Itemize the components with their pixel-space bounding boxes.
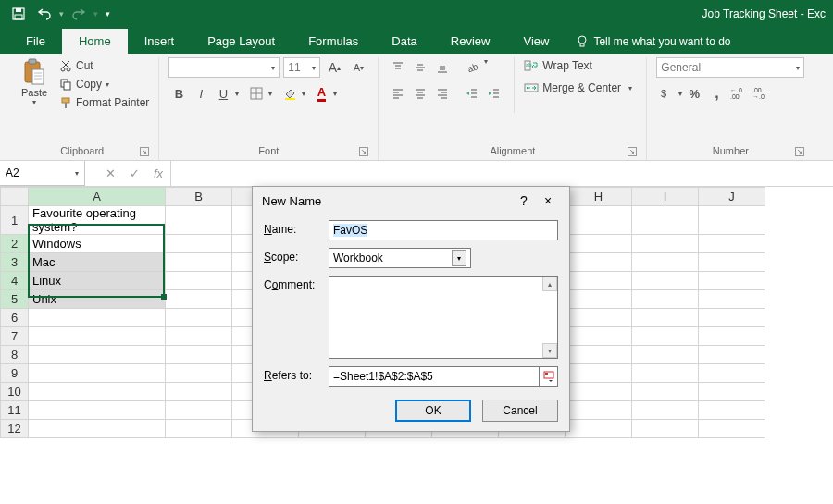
cell[interactable] [699,309,765,327]
paste-dropdown-icon[interactable]: ▾ [32,98,36,106]
cancel-formula-icon[interactable]: ✕ [98,166,122,180]
align-right-icon[interactable] [432,83,453,104]
fx-icon[interactable]: fx [146,166,170,180]
cell[interactable] [29,309,166,327]
increase-decimal-icon[interactable]: ←.0.00 [728,83,749,104]
cell[interactable] [632,290,699,309]
row-header[interactable]: 4 [1,272,29,290]
cell[interactable] [29,346,166,364]
font-color-dropdown-icon[interactable]: ▾ [333,90,337,98]
column-header[interactable]: I [632,188,699,206]
cell[interactable] [632,364,699,383]
formula-input[interactable] [171,161,833,186]
undo-dropdown-icon[interactable]: ▾ [59,9,64,18]
comma-format-icon[interactable]: , [706,83,727,104]
cell[interactable] [566,420,632,438]
percent-format-icon[interactable]: % [684,83,704,104]
borders-dropdown-icon[interactable]: ▾ [268,90,272,98]
accounting-dropdown-icon[interactable]: ▾ [678,90,682,98]
cell[interactable] [566,235,632,253]
font-color-button[interactable]: A [311,83,331,104]
row-header[interactable]: 9 [1,364,29,383]
tab-data[interactable]: Data [375,29,433,54]
cell[interactable] [566,383,632,401]
cell[interactable]: Unix [29,290,166,309]
cell[interactable] [632,401,699,420]
accounting-format-icon[interactable]: $ [656,83,677,104]
font-name-combo[interactable]: ▾ [168,57,280,78]
cell[interactable] [166,309,232,327]
paste-button[interactable]: Paste ▾ [15,57,54,106]
select-all-corner[interactable] [1,188,29,206]
dialog-close-button[interactable]: × [536,191,560,211]
cell[interactable] [166,290,232,309]
row-header[interactable]: 8 [1,346,29,364]
clipboard-launcher-icon[interactable]: ↘ [140,147,149,156]
underline-button[interactable]: U [213,83,233,104]
format-painter-button[interactable]: Format Painter [59,94,149,111]
cell[interactable] [166,327,232,346]
column-header[interactable]: J [699,188,765,206]
row-header[interactable]: 7 [1,327,29,346]
cell[interactable] [632,235,699,253]
save-icon[interactable] [7,3,30,25]
align-middle-icon[interactable] [410,57,430,78]
column-header[interactable]: H [566,188,632,206]
cell[interactable] [632,253,699,272]
cell[interactable] [566,401,632,420]
font-size-combo[interactable]: 11▾ [283,57,320,78]
tell-me-search[interactable]: Tell me what you want to do [566,30,741,54]
cell[interactable] [166,253,232,272]
name-input[interactable]: FavOS [329,220,558,240]
refers-to-input[interactable]: =Sheet1!$A$2:$A$5 [329,366,540,387]
decrease-decimal-icon[interactable]: .00→.0 [751,83,771,104]
tab-page-layout[interactable]: Page Layout [191,29,292,54]
redo-icon[interactable] [68,3,90,25]
font-launcher-icon[interactable]: ↘ [359,147,368,156]
row-header[interactable]: 12 [1,420,29,438]
cell[interactable] [29,383,166,401]
cell[interactable] [699,364,765,383]
fill-color-button[interactable] [280,83,300,104]
orientation-icon[interactable]: ab [462,57,482,78]
cell[interactable] [699,420,765,438]
copy-button[interactable]: Copy ▾ [59,76,149,92]
row-header[interactable]: 2 [1,235,29,253]
cell[interactable] [166,383,232,401]
cell[interactable] [632,206,699,235]
column-header[interactable]: A [29,188,166,206]
cell[interactable] [166,235,232,253]
comment-textarea[interactable]: ▴ ▾ [329,276,558,359]
bold-button[interactable]: B [168,83,189,104]
tab-view[interactable]: View [506,29,566,54]
cell[interactable] [699,346,765,364]
cell[interactable] [29,401,166,420]
cell[interactable] [699,235,765,253]
underline-dropdown-icon[interactable]: ▾ [235,90,239,98]
cell[interactable] [632,420,699,438]
cell[interactable] [632,383,699,401]
name-box[interactable]: A2▾ [0,161,85,186]
cell[interactable] [566,364,632,383]
cell[interactable] [166,420,232,438]
cell[interactable] [566,290,632,309]
cancel-button[interactable]: Cancel [482,400,558,422]
column-header[interactable]: B [166,188,232,206]
cell[interactable] [166,401,232,420]
scroll-down-icon[interactable]: ▾ [542,343,557,358]
copy-dropdown-icon[interactable]: ▾ [106,80,109,89]
cell[interactable] [699,327,765,346]
number-launcher-icon[interactable]: ↘ [795,147,804,156]
cell[interactable] [29,327,166,346]
borders-button[interactable] [246,83,267,104]
fill-dropdown-icon[interactable]: ▾ [302,90,305,98]
decrease-font-icon[interactable]: A▾ [348,57,368,78]
cut-button[interactable]: Cut [59,57,149,74]
dialog-titlebar[interactable]: New Name ? × [253,187,569,215]
alignment-launcher-icon[interactable]: ↘ [628,147,637,156]
tab-insert[interactable]: Insert [128,29,192,54]
row-header[interactable]: 6 [1,309,29,327]
ok-button[interactable]: OK [395,400,471,422]
merge-dropdown-icon[interactable]: ▾ [628,84,632,92]
cell[interactable] [566,253,632,272]
